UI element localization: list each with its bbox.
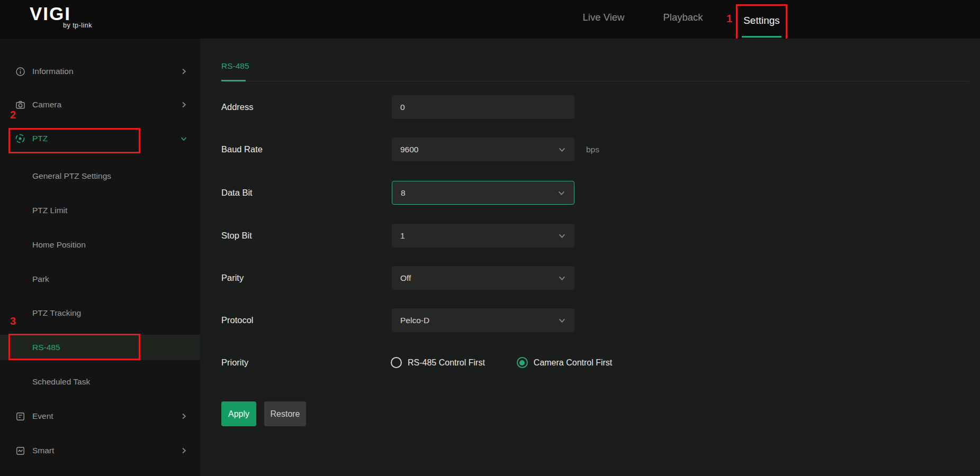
- chevron-down-icon: [558, 145, 566, 153]
- tab-active-underline: [221, 80, 246, 81]
- address-input-wrap: [392, 95, 574, 119]
- annotation-step-1: 1: [726, 13, 732, 25]
- sidebar-item-label: PTZ Tracking: [32, 308, 81, 318]
- annotation-step-2: 2: [10, 109, 16, 121]
- sidebar-item-general-ptz-settings[interactable]: General PTZ Settings: [0, 164, 200, 188]
- sidebar-item-label: General PTZ Settings: [32, 171, 111, 181]
- annotation-box-settings: Settings: [736, 4, 787, 42]
- chevron-down-icon: [558, 189, 565, 197]
- radio-label: RS-485 Control First: [408, 358, 485, 368]
- priority-label: Priority: [221, 351, 248, 374]
- sidebar-item-label: Event: [32, 411, 53, 421]
- vigi-settings-page: VIGI by tp-link Live View Playback Setti…: [0, 0, 980, 476]
- sidebar-item-park[interactable]: Park: [0, 267, 200, 291]
- sidebar-item-smart[interactable]: Smart: [0, 438, 200, 463]
- sidebar-item-label: Smart: [32, 446, 54, 455]
- sidebar-item-ptz[interactable]: PTZ: [0, 126, 200, 151]
- form-row-stop-bit: Stop Bit 1: [200, 224, 980, 248]
- parity-label: Parity: [221, 266, 244, 290]
- data-bit-label: Data Bit: [221, 181, 253, 205]
- form-row-priority: Priority RS-485 Control First Camera Con…: [200, 351, 980, 374]
- sidebar: Information Camera PTZ General PTZ: [0, 39, 200, 476]
- nav-settings[interactable]: Settings: [738, 6, 786, 33]
- radio-selected-icon: [517, 357, 528, 368]
- settings-active-underline: [742, 36, 781, 38]
- sidebar-item-information[interactable]: Information: [0, 59, 200, 84]
- chevron-right-icon: [180, 447, 187, 454]
- parity-select[interactable]: Off: [392, 266, 574, 290]
- parity-value: Off: [400, 273, 558, 283]
- sidebar-item-scheduled-task[interactable]: Scheduled Task: [0, 370, 200, 394]
- annotation-step-3: 3: [10, 315, 16, 327]
- form-row-address: Address: [200, 95, 980, 119]
- chevron-right-icon: [180, 413, 187, 420]
- protocol-value: Pelco-D: [400, 316, 558, 325]
- form-actions: Apply Restore: [221, 401, 306, 426]
- protocol-label: Protocol: [221, 308, 254, 332]
- priority-radio-group: RS-485 Control First Camera Control Firs…: [391, 351, 612, 374]
- sidebar-item-label: PTZ: [32, 134, 48, 143]
- chevron-down-icon: [558, 232, 566, 240]
- form-row-baud-rate: Baud Rate 9600 bps: [200, 138, 980, 161]
- protocol-select[interactable]: Pelco-D: [392, 308, 574, 332]
- chevron-down-icon: [558, 274, 566, 282]
- data-bit-select[interactable]: 8: [392, 181, 574, 205]
- sidebar-item-label: Scheduled Task: [32, 377, 90, 387]
- sidebar-item-ptz-limit[interactable]: PTZ Limit: [0, 198, 200, 223]
- ptz-icon: [15, 133, 25, 144]
- sidebar-item-label: Information: [32, 67, 74, 76]
- tab-divider: [221, 81, 969, 81]
- restore-button[interactable]: Restore: [264, 401, 306, 426]
- form-row-protocol: Protocol Pelco-D: [200, 308, 980, 332]
- sidebar-item-ptz-tracking[interactable]: PTZ Tracking: [0, 301, 200, 325]
- main-content: RS-485 Address Baud Rate 9600 bps Data B…: [200, 39, 980, 476]
- tab-rs-485[interactable]: RS-485: [221, 61, 249, 71]
- form-row-parity: Parity Off: [200, 266, 980, 290]
- radio-camera-control-first[interactable]: Camera Control First: [517, 357, 612, 368]
- baud-rate-select[interactable]: 9600: [392, 138, 574, 161]
- form-row-data-bit: Data Bit 8: [200, 181, 980, 205]
- vigi-logo: VIGI by tp-link: [30, 4, 92, 29]
- sidebar-item-label: RS-485: [32, 343, 60, 352]
- baud-rate-label: Baud Rate: [221, 138, 263, 161]
- radio-label: Camera Control First: [534, 358, 612, 368]
- nav-live-view[interactable]: Live View: [574, 0, 633, 35]
- chevron-right-icon: [180, 68, 187, 75]
- stop-bit-label: Stop Bit: [221, 224, 252, 248]
- stop-bit-value: 1: [400, 231, 558, 241]
- event-icon: [15, 411, 25, 422]
- address-label: Address: [221, 95, 254, 119]
- info-icon: [15, 66, 25, 77]
- stop-bit-select[interactable]: 1: [392, 224, 574, 248]
- smart-icon: [15, 445, 25, 456]
- sidebar-item-rs-485[interactable]: RS-485: [0, 335, 200, 360]
- top-bar: VIGI by tp-link Live View Playback: [0, 0, 980, 39]
- apply-button[interactable]: Apply: [221, 401, 256, 426]
- nav-playback[interactable]: Playback: [654, 0, 712, 35]
- baud-rate-value: 9600: [400, 145, 558, 154]
- vigi-logo-text: VIGI: [30, 4, 92, 23]
- sidebar-item-label: Home Position: [32, 240, 86, 250]
- camera-icon: [15, 99, 25, 110]
- chevron-down-icon: [180, 135, 187, 142]
- chevron-right-icon: [180, 101, 187, 108]
- data-bit-value: 8: [401, 188, 558, 198]
- sidebar-item-label: Camera: [32, 100, 61, 109]
- sidebar-item-camera[interactable]: Camera: [0, 93, 200, 117]
- radio-unselected-icon: [391, 357, 402, 368]
- baud-rate-unit: bps: [586, 138, 599, 161]
- sidebar-item-label: PTZ Limit: [32, 206, 67, 215]
- sidebar-item-home-position[interactable]: Home Position: [0, 233, 200, 257]
- chevron-down-icon: [558, 316, 566, 324]
- sidebar-item-event[interactable]: Event: [0, 404, 200, 428]
- address-input[interactable]: [400, 103, 566, 112]
- radio-rs485-control-first[interactable]: RS-485 Control First: [391, 357, 485, 368]
- sidebar-item-label: Park: [32, 274, 49, 284]
